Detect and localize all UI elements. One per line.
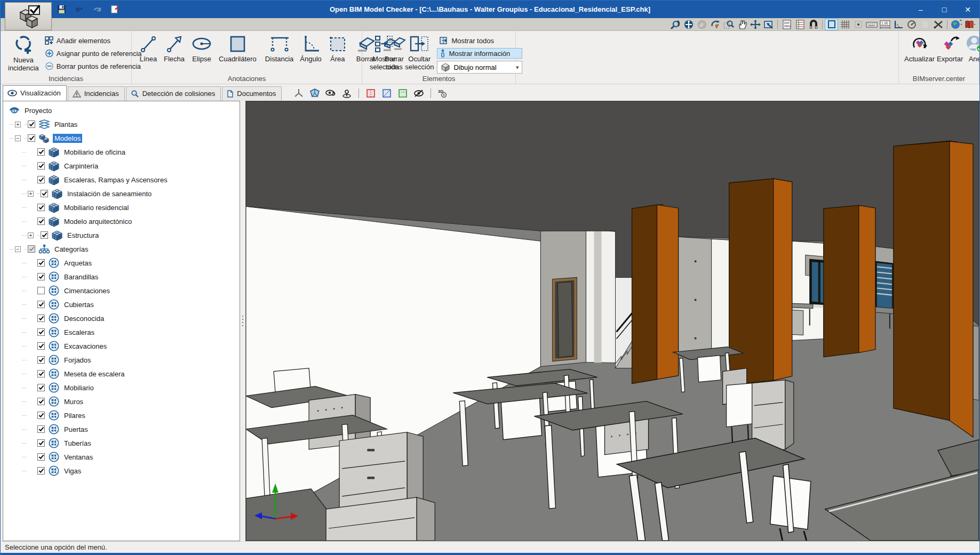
angle-button[interactable]: Ángulo — [297, 33, 324, 65]
tree-item-label[interactable]: Mobiliario — [62, 383, 95, 392]
checkbox-cubiertas[interactable] — [37, 301, 45, 308]
rotation-icon[interactable] — [905, 19, 918, 30]
view-3d-icon[interactable]: 3D — [436, 87, 449, 99]
tree-item-carpinteria[interactable]: Carpintería — [3, 159, 240, 173]
checkbox-excavaciones[interactable] — [37, 342, 45, 350]
tree-item-mobiliario[interactable]: Mobiliario — [3, 381, 240, 395]
tree-item-label[interactable]: Categorías — [53, 245, 90, 254]
checkbox-ventanas[interactable] — [37, 453, 45, 461]
delete-reference-points-button[interactable]: Borrar puntos de referencia — [42, 61, 145, 71]
tree-item-label[interactable]: Tuberías — [62, 439, 93, 448]
checkbox-mobiliario-de-oficina[interactable] — [37, 148, 45, 156]
section-top-icon[interactable] — [396, 87, 409, 99]
tree-item-label[interactable]: Ventanas — [62, 453, 94, 462]
tree-item-label[interactable]: Instalación de saneamiento — [66, 189, 153, 198]
tree-item-label[interactable]: Modelos — [53, 134, 82, 143]
tree-item-ventanas[interactable]: Ventanas — [3, 450, 240, 464]
ortho-angle-icon[interactable] — [891, 19, 905, 30]
tree-item-label[interactable]: Proyecto — [23, 106, 53, 115]
tree-item-label[interactable]: Forjados — [62, 356, 93, 365]
tree-item-plantas[interactable]: +Plantas — [3, 117, 240, 131]
section-front-icon[interactable] — [364, 87, 377, 99]
tree-item-label[interactable]: Puertas — [62, 425, 90, 434]
tree-item-label[interactable]: Muros — [62, 397, 85, 406]
tree-item-cubiertas[interactable]: Cubiertas — [3, 297, 240, 311]
ellipse-button[interactable]: Elipse — [188, 33, 216, 65]
tree-item-label[interactable]: Arquetas — [62, 259, 93, 268]
tree-item-barandillas[interactable]: Barandillas — [3, 270, 240, 284]
tree-item-modelos[interactable]: −Modelos — [3, 131, 240, 145]
app-menu-button[interactable] — [5, 2, 52, 30]
panel-splitter[interactable] — [240, 101, 245, 541]
checkbox-mobiliario-residencial[interactable] — [37, 204, 45, 211]
tree-item-forjados[interactable]: Forjados — [3, 353, 240, 367]
checkbox-plantas[interactable] — [28, 120, 35, 128]
help-book-icon[interactable] — [963, 19, 976, 30]
line-button[interactable]: Línea — [136, 33, 161, 65]
tree-item-label[interactable]: Carpintería — [62, 162, 100, 171]
tab-visualizacion[interactable]: Visualización — [3, 85, 67, 101]
snap-point-icon[interactable] — [851, 19, 865, 30]
tree-item-puertas[interactable]: Puertas — [3, 422, 240, 436]
assign-reference-point-button[interactable]: Asignar punto de referencia — [42, 48, 145, 59]
tab-incidencias[interactable]: Incidencias — [68, 86, 125, 101]
user-account-button[interactable]: Ane — [964, 33, 980, 65]
expand-icon[interactable]: + — [28, 232, 34, 238]
checkbox-cimentaciones[interactable] — [37, 287, 45, 294]
checkbox-forjados[interactable] — [37, 356, 45, 364]
checkbox-modelos[interactable] — [28, 134, 35, 142]
drawing-mode-dropdown[interactable]: Dibujo normal ▾ — [437, 61, 522, 74]
tools-icon[interactable] — [931, 19, 945, 30]
checkbox-desconocida[interactable] — [37, 315, 45, 322]
checkbox-puertas[interactable] — [37, 425, 45, 433]
close-button[interactable]: ✕ — [956, 1, 979, 18]
frame-mode-icon[interactable] — [825, 19, 838, 30]
eye-orbit-icon[interactable] — [324, 87, 337, 99]
pan-hand-icon[interactable] — [735, 19, 748, 30]
checkbox-escaleras[interactable] — [37, 328, 45, 336]
checkbox-escaleras-rampas-y-ascensores[interactable] — [37, 176, 45, 183]
axes-tripod-icon[interactable] — [292, 87, 305, 99]
solid-view-icon[interactable] — [308, 87, 321, 99]
checkbox-muros[interactable] — [37, 398, 45, 405]
tree-item-mobiliario-residencial[interactable]: Mobiliario residencial — [3, 200, 240, 214]
update-button[interactable]: Actualizar — [903, 33, 936, 65]
tree-item-label[interactable]: Estructura — [66, 231, 100, 240]
checkbox-instalacion-de-saneamiento[interactable] — [41, 190, 48, 197]
section-diagonal-icon[interactable] — [380, 87, 393, 99]
previous-view-icon[interactable] — [762, 19, 775, 30]
dxf-dwg-layers-icon[interactable] — [793, 19, 807, 30]
turntable-orbit-icon[interactable] — [340, 87, 353, 99]
tree-item-desconocida[interactable]: Desconocida — [3, 311, 240, 325]
tree-item-cimentaciones[interactable]: Cimentaciones — [3, 284, 240, 297]
move-view-icon[interactable] — [748, 19, 762, 30]
add-elements-button[interactable]: Añadir elementos — [42, 35, 145, 46]
checkbox-estructura[interactable] — [41, 231, 48, 239]
show-selection-button[interactable]: Mostrar selección — [366, 33, 402, 73]
tree-item-label[interactable]: Excavaciones — [62, 342, 108, 351]
minimize-button[interactable]: – — [909, 1, 933, 18]
tree-item-escaleras-rampas-y-ascensores[interactable]: Escaleras, Rampas y Ascensores — [3, 173, 240, 187]
tab-deteccion-colisiones[interactable]: Detección de colisiones — [126, 86, 221, 101]
distance-button[interactable]: Distancia — [262, 33, 297, 65]
3d-viewport[interactable] — [245, 101, 979, 541]
checkbox-arquetas[interactable] — [37, 259, 45, 267]
tree-item-excavaciones[interactable]: Excavaciones — [3, 339, 240, 353]
tree-item-label[interactable]: Cimentaciones — [62, 286, 111, 295]
tree-item-tuberias[interactable]: Tuberías — [3, 436, 240, 450]
tree-item-arquetas[interactable]: Arquetas — [3, 256, 240, 270]
checkbox-modelo-arquitectonico[interactable] — [37, 218, 45, 225]
arrow-button[interactable]: Flecha — [161, 33, 188, 65]
maximize-button[interactable]: □ — [933, 1, 956, 18]
tree-item-muros[interactable]: Muros — [3, 395, 240, 408]
checkbox-barandillas[interactable] — [37, 273, 45, 280]
tree-item-estructura[interactable]: +Estructura — [3, 228, 240, 242]
checkbox-vigas[interactable] — [37, 467, 45, 474]
tree-item-meseta-de-escalera[interactable]: Meseta de escalera — [3, 367, 240, 381]
tree-item-mobiliario-de-oficina[interactable]: Mobiliario de oficina — [3, 145, 240, 159]
tab-documentos[interactable]: Documentos — [222, 86, 282, 101]
keyboard-icon[interactable] — [865, 19, 878, 30]
export-button[interactable]: Exportar — [936, 33, 964, 65]
tree-item-modelo-arquitectonico[interactable]: Modelo arquitectónico — [3, 214, 240, 228]
collapse-icon[interactable]: − — [15, 246, 21, 252]
